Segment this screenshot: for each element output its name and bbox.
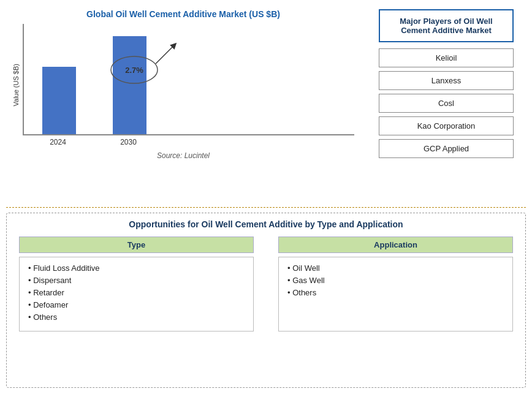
type-item-0: • Fluid Loss Additive	[28, 263, 245, 273]
app-item-1: • Gas Well	[287, 276, 504, 285]
type-item-2: • Retarder	[28, 288, 245, 297]
players-section: Major Players of Oil Well Cement Additiv…	[367, 6, 526, 202]
x-label-2024: 2024	[41, 138, 75, 146]
app-item-2: • Others	[287, 288, 504, 297]
type-header: Type	[19, 237, 254, 253]
annotation-svg: 2.7%	[61, 30, 196, 104]
type-item-1: • Dispersant	[28, 276, 245, 285]
type-column: Type • Fluid Loss Additive • Dispersant …	[19, 237, 254, 331]
x-label-2030: 2030	[112, 138, 145, 146]
app-item-0: • Oil Well	[287, 263, 504, 273]
section-divider	[6, 207, 526, 208]
application-column: Application • Oil Well • Gas Well • Othe…	[278, 237, 513, 331]
opportunities-title: Opportunities for Oil Well Cement Additi…	[19, 219, 513, 229]
svg-text:2.7%: 2.7%	[125, 66, 143, 75]
player-item-gcp: GCP Applied	[379, 139, 514, 158]
players-title: Major Players of Oil Well Cement Additiv…	[379, 9, 514, 42]
chart-title: Global Oil Well Cement Additive Market (…	[86, 9, 280, 19]
player-item-kao: Kao Corporation	[379, 116, 514, 135]
bars-container: 2.7%	[23, 24, 354, 135]
application-items-box: • Oil Well • Gas Well • Others	[278, 257, 513, 331]
opportunities-section: Opportunities for Oil Well Cement Additi…	[6, 213, 526, 388]
type-item-4: • Others	[28, 313, 245, 322]
source-label: Source: Lucintel	[157, 151, 210, 160]
player-item-lanxess: Lanxess	[379, 71, 514, 90]
player-item-kelioil: Kelioil	[379, 48, 514, 67]
type-item-3: • Defoamer	[28, 300, 245, 309]
bottom-columns: Type • Fluid Loss Additive • Dispersant …	[19, 237, 513, 331]
svg-line-1	[156, 45, 174, 64]
player-item-cosl: Cosl	[379, 94, 514, 113]
chart-area: Value (US $B)	[12, 24, 354, 146]
chart-section: Global Oil Well Cement Additive Market (…	[6, 6, 360, 202]
type-items-box: • Fluid Loss Additive • Dispersant • Ret…	[19, 257, 254, 331]
y-axis-label: Value (US $B)	[12, 64, 20, 107]
top-section: Global Oil Well Cement Additive Market (…	[6, 6, 526, 202]
main-container: Global Oil Well Cement Additive Market (…	[0, 0, 532, 394]
application-header: Application	[278, 237, 513, 253]
chart-inner: 2.7% 2024 2030	[23, 24, 354, 146]
